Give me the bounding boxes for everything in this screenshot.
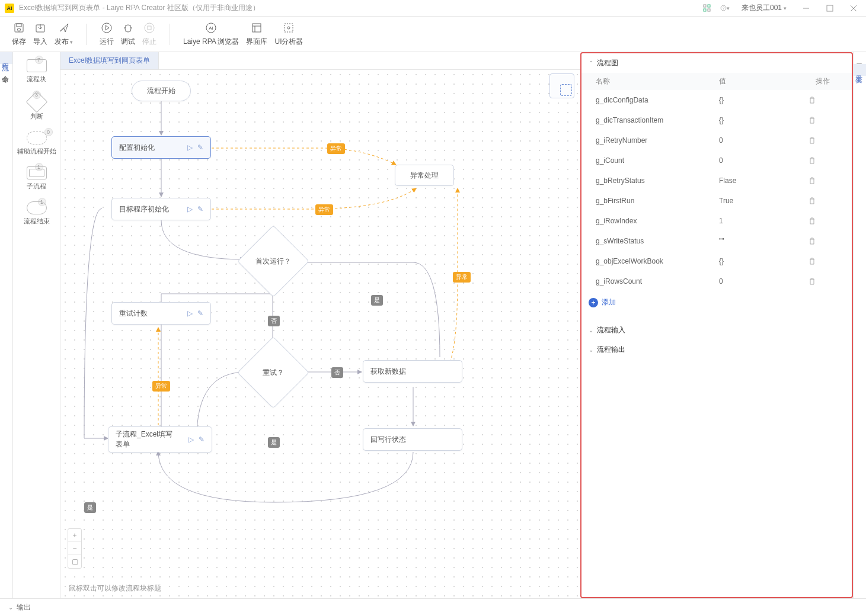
edge-label-no: 否	[268, 316, 280, 326]
right-vertical-tabs: 属性 变量	[853, 52, 866, 598]
table-row[interactable]: g_sWriteStatus""	[581, 231, 852, 251]
edit-icon[interactable]: ✎	[199, 435, 204, 444]
edit-icon[interactable]: ✎	[197, 143, 203, 152]
user-name[interactable]: 来也员工001▾	[742, 3, 787, 13]
play-icon[interactable]: ▷	[187, 309, 193, 317]
help-icon[interactable]: ? ▾	[720, 4, 730, 13]
close-button[interactable]	[846, 3, 861, 14]
delete-icon[interactable]	[808, 217, 838, 225]
run-button[interactable]: 运行	[100, 21, 114, 47]
minimize-button[interactable]	[798, 3, 814, 14]
chevron-down-icon: ⌃	[589, 60, 593, 66]
tab-cmd[interactable]: 命令	[0, 64, 12, 76]
table-row[interactable]: g_dicConfigData{}	[581, 90, 852, 110]
palette-block[interactable]: 7 流程块	[27, 59, 47, 84]
toolbar: 保存 导入 发布▾ 运行 调试 停止 AI Laiye RPA 浏览器 界面库 …	[0, 17, 866, 52]
play-icon[interactable]: ▷	[187, 143, 193, 152]
play-icon[interactable]: ▷	[187, 205, 193, 213]
maximize-button[interactable]	[822, 3, 838, 14]
svg-rect-1	[708, 5, 710, 7]
chevron-right-icon: ⌄	[8, 604, 13, 611]
delete-icon[interactable]	[808, 96, 838, 104]
node-subflow-excel[interactable]: 子流程_Excel填写表单 ▷✎	[108, 426, 212, 453]
delete-icon[interactable]	[808, 237, 838, 245]
import-button[interactable]: 导入	[33, 21, 47, 47]
tab-variables[interactable]: 变量	[854, 64, 866, 76]
grid-icon[interactable]	[702, 4, 712, 13]
var-value: {}	[719, 96, 808, 104]
table-row[interactable]: g_bFirstRunTrue	[581, 191, 852, 211]
table-row[interactable]: g_iRetryNumber0	[581, 130, 852, 150]
node-fetch-new[interactable]: 获取新数据	[363, 360, 462, 383]
edit-icon[interactable]: ✎	[197, 205, 203, 213]
debug-button[interactable]: 调试	[121, 21, 135, 47]
ui-lib-button[interactable]: 界面库	[246, 21, 267, 47]
delete-icon[interactable]	[808, 177, 838, 185]
tab-flow[interactable]: 流程	[0, 52, 12, 64]
stop-button: 停止	[142, 21, 156, 47]
publish-icon	[57, 21, 71, 34]
var-value: True	[719, 197, 808, 205]
diamond-shape-icon	[25, 91, 47, 113]
delete-icon[interactable]	[808, 136, 838, 145]
edge-label-exception: 异常	[327, 143, 345, 154]
palette-end[interactable]: 1 流程结束	[24, 201, 50, 226]
svg-line-18	[125, 25, 126, 26]
delete-icon[interactable]	[808, 116, 838, 124]
flow-canvas[interactable]: 流程开始 配置初始化 ▷✎ 目标程序初始化 ▷✎ 首次运行？ 重试计数 ▷✎ 重…	[60, 70, 580, 598]
var-value: 0	[719, 156, 808, 165]
table-row[interactable]: g_dicTransactionItem{}	[581, 110, 852, 130]
zoom-fit-button[interactable]: ▢	[68, 555, 81, 568]
node-write-back[interactable]: 回写行状态	[363, 428, 462, 451]
node-retry-count[interactable]: 重试计数 ▷✎	[111, 302, 211, 325]
delete-icon[interactable]	[808, 277, 838, 285]
ui-analyzer-button[interactable]: UI分析器	[274, 21, 303, 47]
window-title: Excel数据填写到网页表单 - Laiye RPA Creator 社区版（仅…	[19, 3, 702, 13]
table-row[interactable]: g_iRowIndex1	[581, 211, 852, 231]
publish-button[interactable]: 发布▾	[55, 21, 73, 47]
analyzer-icon	[282, 21, 295, 34]
zoom-out-button[interactable]: −	[68, 542, 81, 555]
canvas-tab-active[interactable]: Excel数据填写到网页表单	[60, 52, 159, 69]
panel-section-flowchart[interactable]: ⌃ 流程图	[581, 53, 852, 73]
node-start[interactable]: 流程开始	[132, 81, 191, 101]
node-first-run[interactable]: 首次运行？	[237, 225, 309, 297]
minimap[interactable]	[549, 73, 574, 98]
node-target-init[interactable]: 目标程序初始化 ▷✎	[111, 198, 211, 220]
var-name: g_iRowIndex	[596, 217, 719, 225]
plus-icon: +	[589, 298, 598, 307]
svg-rect-23	[148, 26, 151, 30]
table-row[interactable]: g_iCount0	[581, 150, 852, 171]
col-name-header: 名称	[596, 76, 719, 86]
tab-properties[interactable]: 属性	[854, 52, 866, 64]
save-button[interactable]: 保存	[12, 21, 26, 47]
zoom-control: + − ▢	[68, 528, 82, 569]
node-exception[interactable]: 异常处理	[395, 165, 454, 186]
edge-label-yes: 是	[268, 437, 280, 448]
output-tab[interactable]: 输出	[17, 602, 31, 612]
delete-icon[interactable]	[808, 257, 838, 265]
var-value: 1	[719, 217, 808, 225]
table-row[interactable]: g_objExcelWorkBook{}	[581, 251, 852, 271]
var-name: g_iCount	[596, 156, 719, 165]
add-variable-button[interactable]: + 添加	[581, 291, 852, 313]
delete-icon[interactable]	[808, 197, 838, 205]
node-config-init[interactable]: 配置初始化 ▷✎	[111, 136, 211, 159]
subflow-shape-icon	[27, 166, 47, 179]
palette-decision[interactable]: 3 判断	[29, 94, 44, 121]
edge-label-no: 否	[331, 367, 343, 378]
panel-section-output[interactable]: ⌄ 流程输出	[581, 340, 852, 360]
play-icon[interactable]: ▷	[188, 435, 194, 444]
panel-section-input[interactable]: ⌄ 流程输入	[581, 320, 852, 340]
palette-subflow[interactable]: 1 子流程	[27, 166, 47, 191]
delete-icon[interactable]	[808, 156, 838, 165]
edit-icon[interactable]: ✎	[197, 309, 203, 317]
browser-button[interactable]: AI Laiye RPA 浏览器	[183, 21, 239, 47]
table-row[interactable]: g_iRowsCount0	[581, 271, 852, 291]
node-retry[interactable]: 重试？	[237, 336, 309, 409]
toolbar-separator	[170, 24, 170, 45]
var-name: g_objExcelWorkBook	[596, 257, 719, 265]
palette-aux[interactable]: 0 辅助流程开始	[17, 131, 56, 156]
zoom-in-button[interactable]: +	[68, 529, 81, 542]
table-row[interactable]: g_bRetryStatusFlase	[581, 171, 852, 191]
